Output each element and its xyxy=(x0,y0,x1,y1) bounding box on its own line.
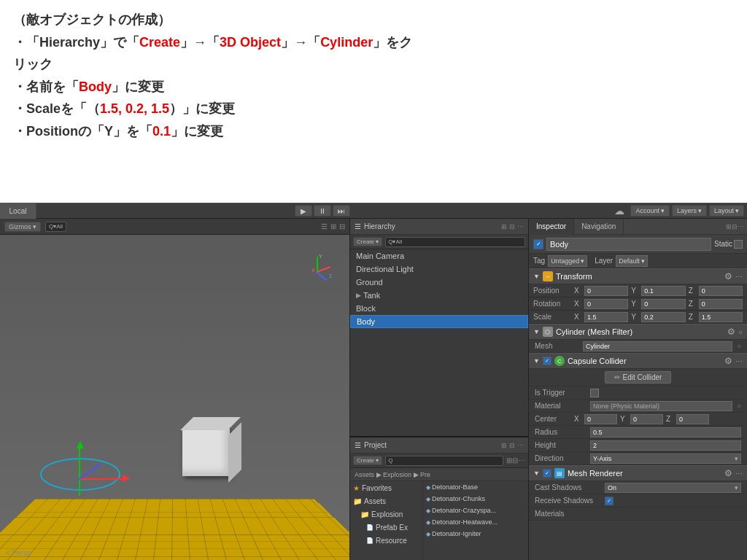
scale-z[interactable]: 1.5 xyxy=(699,312,743,322)
direction-row: Direction Y-Axis ▾ xyxy=(529,452,747,465)
hier-item-main-camera[interactable]: Main Camera xyxy=(350,249,528,262)
transform-settings-icon[interactable]: ⚙ xyxy=(724,271,732,281)
asset-detonator-ign[interactable]: ◆Detonator-Igniter xyxy=(423,528,528,540)
is-trigger-row: Is Trigger xyxy=(529,386,747,400)
resource-item[interactable]: 📄Resource xyxy=(350,534,422,547)
materials-row: Materials xyxy=(529,508,747,521)
search-input[interactable]: Q▾All xyxy=(45,222,66,232)
height-row: Height 2 xyxy=(529,439,747,452)
layers-dropdown[interactable]: Layers▾ xyxy=(672,205,707,217)
hierarchy-list: Main Camera Directional Light Ground ▶Ta… xyxy=(350,249,528,436)
asset-detonator-heat[interactable]: ◆Detonator-Heatwave... xyxy=(423,516,528,528)
line5: ・Positionの「Y」を「0.1」に変更 xyxy=(13,120,734,143)
layer-dropdown[interactable]: Default▾ xyxy=(616,255,648,267)
tag-dropdown[interactable]: Untagged▾ xyxy=(548,255,587,267)
rotation-y[interactable]: 0 xyxy=(641,299,685,309)
position-x[interactable]: 0 xyxy=(584,286,628,296)
static-checkbox[interactable] xyxy=(734,240,743,249)
tab-navigation[interactable]: Navigation xyxy=(574,219,624,235)
rotation-x[interactable]: 0 xyxy=(584,299,628,309)
scale-x[interactable]: 1.5 xyxy=(584,312,628,322)
cast-shadows-dropdown[interactable]: On ▾ xyxy=(605,483,741,493)
inspector-tabs: Inspector Navigation ⊞⊟⋯ xyxy=(529,219,747,235)
center-y[interactable]: 0 xyxy=(630,414,663,424)
gizmos-button[interactable]: Gizmos ▾ xyxy=(4,222,41,232)
inspector-body: ✓ Body Static Tag Untagged▾ Layer xyxy=(529,235,747,560)
tag-layer-row: Tag Untagged▾ Layer Default▾ xyxy=(529,254,747,268)
hierarchy-toolbar: Create ▾ Q▾All xyxy=(350,235,528,249)
position-y[interactable]: 0.1 xyxy=(641,286,685,296)
radius-value[interactable]: 0.5 xyxy=(590,427,741,438)
cast-shadows-row: Cast Shadows On ▾ xyxy=(529,481,747,494)
line2-cont: リック xyxy=(13,53,734,76)
hier-item-dir-light[interactable]: Directional Light xyxy=(350,262,528,276)
favorites-folder[interactable]: ★Favorites xyxy=(350,481,422,494)
line3: ・名前を「Body」に変更 xyxy=(13,76,734,98)
project-panel: ☰ Project ⊞⊟⋯ Create ▾ Q ⊞⊟⋯ Assets ▶ Ex… xyxy=(350,438,528,560)
account-dropdown[interactable]: Account▾ xyxy=(630,205,670,217)
hier-item-ground[interactable]: Ground xyxy=(350,276,528,289)
project-header: ☰ Project ⊞⊟⋯ xyxy=(350,438,528,454)
mesh-row: Mesh Cylinder ○ xyxy=(529,340,747,353)
project-search[interactable]: Q xyxy=(385,456,503,466)
hierarchy-create-btn[interactable]: Create ▾ xyxy=(353,237,382,246)
collider-checkbox[interactable]: ✓ xyxy=(543,357,551,365)
mesh-renderer-header[interactable]: ▼ ✓ ▤ Mesh Renderer ⚙ ⋯ xyxy=(529,465,747,481)
object-header: ✓ Body Static xyxy=(529,235,747,254)
scene-view[interactable]: X Y Z < Persp xyxy=(0,235,349,560)
capsule-collider-header[interactable]: ▼ ✓ C Capsule Collider ⚙ ⋯ xyxy=(529,353,747,369)
receive-shadows-checkbox[interactable]: ✓ xyxy=(605,497,614,505)
collider-settings[interactable]: ⚙ xyxy=(724,356,732,366)
rotation-z[interactable]: 0 xyxy=(699,299,743,309)
edit-collider-button[interactable]: ✏ Edit Collider xyxy=(605,371,672,384)
scale-y[interactable]: 0.2 xyxy=(641,312,685,322)
transform-extra-icon[interactable]: ⋯ xyxy=(735,273,743,281)
object-checkbox[interactable]: ✓ xyxy=(533,239,543,249)
center-row: Center X 0 Y 0 Z 0 xyxy=(529,413,747,426)
viewport-toolbar: Gizmos ▾ Q▾All ☰⊞⊟ xyxy=(0,219,349,235)
transform-arrow: ▼ xyxy=(533,273,540,280)
mesh-filter-header[interactable]: ▼ ⬡ Cylinder (Mesh Filter) ⚙ ○ xyxy=(529,324,747,340)
static-label: Static xyxy=(714,240,743,249)
asset-detonator-crazy[interactable]: ◆Detonator-Crazyspa... xyxy=(423,505,528,516)
renderer-checkbox[interactable]: ✓ xyxy=(543,469,551,478)
is-trigger-checkbox[interactable] xyxy=(590,389,599,397)
direction-dropdown[interactable]: Y-Axis ▾ xyxy=(590,454,741,464)
step-button[interactable]: ⏭ xyxy=(333,205,350,217)
tab-inspector[interactable]: Inspector xyxy=(529,219,574,235)
asset-detonator-chunks[interactable]: ◆Detonator-Chunks xyxy=(423,493,528,505)
cloud-icon: ☁ xyxy=(608,205,630,217)
assets-folder[interactable]: 📁Assets xyxy=(350,494,422,508)
renderer-settings[interactable]: ⚙ xyxy=(724,468,732,478)
collider-material-value[interactable]: None (Physic Material) xyxy=(590,401,732,411)
instructions-text: （敵オブジェクトの作成） ・「Hierarchy」で「Create」→「3D O… xyxy=(0,0,747,149)
prefab-ex-item[interactable]: 📄Prefab Ex xyxy=(350,521,422,534)
pause-button[interactable]: ⏸ xyxy=(314,205,331,217)
asset-detonator-base[interactable]: ◆Detonator-Base xyxy=(423,481,528,493)
hier-item-tank[interactable]: ▶Tank xyxy=(350,289,528,302)
explosion-folder[interactable]: 📁Explosion xyxy=(350,508,422,521)
position-z[interactable]: 0 xyxy=(699,286,743,296)
play-button[interactable]: ▶ xyxy=(295,205,312,217)
hierarchy-panel: ☰ Hierarchy ⊞⊟⋯ Create ▾ Q▾All Main Came… xyxy=(350,219,528,438)
line2: ・「Hierarchy」で「Create」→「3D Object」→「Cylin… xyxy=(13,31,734,54)
center-x[interactable]: 0 xyxy=(584,414,617,424)
hierarchy-search[interactable]: Q▾All xyxy=(385,237,525,247)
breadcrumb: Assets ▶ Explosion ▶ Pre xyxy=(350,468,528,481)
layout-dropdown[interactable]: Layout▾ xyxy=(709,205,744,217)
radius-row: Radius 0.5 xyxy=(529,426,747,439)
mesh-filter-settings[interactable]: ⚙ xyxy=(727,327,735,337)
transform-icon: ↔ xyxy=(543,271,553,281)
local-badge[interactable]: Local xyxy=(0,203,36,219)
persp-label: < Persp xyxy=(6,549,31,557)
object-name-field[interactable]: Body xyxy=(546,238,711,251)
edit-collider-row: ✏ Edit Collider xyxy=(529,369,747,386)
viewport-panel: Gizmos ▾ Q▾All ☰⊞⊟ xyxy=(0,219,350,560)
height-value[interactable]: 2 xyxy=(590,440,741,451)
hier-item-body[interactable]: Body xyxy=(350,315,528,328)
project-create-btn[interactable]: Create ▾ xyxy=(353,456,382,465)
transform-header[interactable]: ▼ ↔ Transform ⚙ ⋯ xyxy=(529,268,747,284)
mesh-value[interactable]: Cylinder xyxy=(583,341,732,351)
hier-item-block[interactable]: Block xyxy=(350,302,528,315)
center-z[interactable]: 0 xyxy=(676,414,709,424)
